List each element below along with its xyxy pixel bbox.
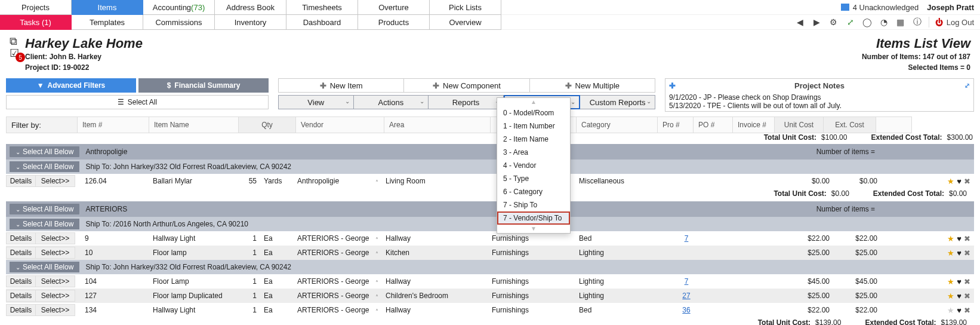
filter-po[interactable]: PO # xyxy=(694,116,733,133)
new-component-button[interactable]: ✚New Component xyxy=(404,78,529,93)
close-icon[interactable]: ✖ xyxy=(964,177,970,186)
heart-icon[interactable]: ♥ xyxy=(957,177,961,186)
heart-icon[interactable]: ♥ xyxy=(957,249,961,257)
nav-tab-overview[interactable]: Overview xyxy=(430,15,501,30)
next-icon[interactable]: ▶ xyxy=(812,17,822,27)
expand-notes-icon[interactable]: ⤢ xyxy=(964,82,970,90)
close-icon[interactable]: ✖ xyxy=(964,277,970,286)
select-all-below-button[interactable]: ⌄Select All Below xyxy=(10,262,79,272)
menu-down-arrow[interactable]: ▼ xyxy=(497,225,570,233)
filter-name[interactable]: Item Name xyxy=(149,116,239,133)
filter-area[interactable]: Area xyxy=(384,116,491,133)
cell-pro[interactable]: 7 xyxy=(668,234,704,243)
details-button[interactable]: Details xyxy=(6,232,36,244)
filter-item[interactable]: Item # xyxy=(78,116,149,133)
filter-ext-cost[interactable]: Ext. Cost xyxy=(824,116,876,133)
user-name[interactable]: Joseph Pratt xyxy=(927,3,974,12)
sort-option[interactable]: 3 - Area xyxy=(497,146,570,159)
nav-tab-timesheets[interactable]: Timesheets xyxy=(286,0,358,15)
sort-menu[interactable]: ▲ 0 - Model/Room1 - Item Number2 - Item … xyxy=(497,97,571,234)
select-button[interactable]: Select>> xyxy=(36,304,75,316)
nav-tab-address-book[interactable]: Address Book xyxy=(215,0,286,15)
details-button[interactable]: Details xyxy=(6,275,36,287)
heart-icon[interactable]: ♥ xyxy=(957,234,961,243)
alert-badge[interactable]: 5 xyxy=(16,53,25,62)
star-icon[interactable]: ★ xyxy=(947,177,954,186)
unack-badge[interactable]: 4 Unacknowledged xyxy=(841,3,919,12)
select-all-below-button[interactable]: ⌄Select All Below xyxy=(10,161,79,172)
star-icon[interactable]: ★ xyxy=(947,306,954,315)
nav-tab-inventory[interactable]: Inventory xyxy=(215,15,286,30)
gear-icon[interactable]: ⚙ xyxy=(828,17,839,27)
advanced-filters-button[interactable]: ▼ Advanced Filters xyxy=(6,78,136,93)
filter-category[interactable]: Category xyxy=(577,116,658,133)
calendar-icon[interactable]: ▦ xyxy=(895,17,906,27)
sort-option[interactable]: 7 - Vendor/Ship To xyxy=(497,211,570,225)
dropdown-actions[interactable]: Actions⌄ xyxy=(354,95,429,109)
sort-option[interactable]: 6 - Category xyxy=(497,185,570,198)
nav-tab-items[interactable]: Items xyxy=(72,0,143,15)
heart-icon[interactable]: ♥ xyxy=(957,292,961,301)
filter-vendor[interactable]: Vendor xyxy=(296,116,384,133)
dropdown-custom-reports[interactable]: Custom Reports⌄ xyxy=(580,95,655,109)
nav-tab-templates[interactable]: Templates xyxy=(72,15,143,30)
select-all-button[interactable]: ☰ Select All xyxy=(6,95,269,109)
add-note-icon[interactable]: ✚ xyxy=(669,81,676,90)
nav-tab-commissions[interactable]: Commissions xyxy=(143,15,215,30)
dropdown-reports[interactable]: Reports⌄ xyxy=(429,95,504,109)
logout-button[interactable]: ⏻ Log Out xyxy=(935,18,974,27)
nav-tab-overture[interactable]: Overture xyxy=(358,0,430,15)
details-button[interactable]: Details xyxy=(6,247,36,259)
select-button[interactable]: Select>> xyxy=(36,290,75,302)
nav-tab-projects[interactable]: Projects xyxy=(0,0,72,15)
select-button[interactable]: Select>> xyxy=(36,175,75,187)
cell-pro[interactable]: 7 xyxy=(668,277,704,286)
star-icon[interactable]: ★ xyxy=(947,234,954,243)
notes-list[interactable]: 9/1/2020 - JP - Please check on Shop Dra… xyxy=(665,92,973,111)
cell-pro[interactable]: 27 xyxy=(668,292,704,300)
close-icon[interactable]: ✖ xyxy=(964,234,970,243)
nav-tab-dashboard[interactable]: Dashboard xyxy=(286,15,358,30)
sort-option[interactable]: 2 - Item Name xyxy=(497,133,570,146)
nav-tab-pick-lists[interactable]: Pick Lists xyxy=(430,0,501,15)
heart-icon[interactable]: ♥ xyxy=(957,277,961,286)
new-item-button[interactable]: ✚New Item xyxy=(278,78,404,93)
sort-option[interactable]: 4 - Vendor xyxy=(497,159,570,172)
select-button[interactable]: Select>> xyxy=(36,247,75,259)
nav-tab-tasks-1-[interactable]: Tasks (1) xyxy=(0,15,72,30)
select-all-below-button[interactable]: ⌄Select All Below xyxy=(10,219,79,229)
popout-icon[interactable]: ⧉ xyxy=(10,36,19,47)
select-button[interactable]: Select>> xyxy=(36,275,75,287)
filter-qty[interactable]: Qty xyxy=(239,116,296,133)
filter-invoice[interactable]: Invoice # xyxy=(733,116,775,133)
close-icon[interactable]: ✖ xyxy=(964,249,970,257)
heart-icon[interactable]: ♥ xyxy=(957,306,961,315)
details-button[interactable]: Details xyxy=(6,175,36,187)
filter-unit-cost[interactable]: Unit Cost xyxy=(775,116,824,133)
nav-tab-products[interactable]: Products xyxy=(358,15,430,30)
cell-pro[interactable]: 36 xyxy=(668,306,704,314)
note-line[interactable]: 9/1/2020 - JP - Please check on Shop Dra… xyxy=(669,93,970,102)
new-multiple-button[interactable]: ✚New Multiple xyxy=(530,78,655,93)
details-button[interactable]: Details xyxy=(6,290,36,302)
nav-tab-accounting[interactable]: Accounting (73) xyxy=(143,0,215,15)
select-all-below-button[interactable]: ⌄Select All Below xyxy=(10,146,79,157)
menu-up-arrow[interactable]: ▲ xyxy=(497,98,570,106)
filter-pro[interactable]: Pro # xyxy=(658,116,694,133)
star-icon[interactable]: ★ xyxy=(947,277,954,286)
info-icon[interactable]: ⓘ xyxy=(912,17,923,27)
financial-summary-button[interactable]: $ Financial Summary xyxy=(138,78,269,93)
expand-icon[interactable]: ⤢ xyxy=(845,17,856,27)
note-line[interactable]: 5/13/2020 - TPE - Clients will be out of… xyxy=(669,102,970,110)
star-icon[interactable]: ★ xyxy=(947,249,954,257)
clock-icon[interactable]: ◔ xyxy=(879,17,889,27)
sort-option[interactable]: 0 - Model/Room xyxy=(497,106,570,119)
sort-option[interactable]: 1 - Item Number xyxy=(497,119,570,133)
dropdown-view[interactable]: View⌄ xyxy=(278,95,354,109)
user-icon[interactable]: ◯ xyxy=(862,17,873,27)
star-icon[interactable]: ★ xyxy=(947,292,954,301)
select-button[interactable]: Select>> xyxy=(36,232,75,244)
select-all-below-button[interactable]: ⌄Select All Below xyxy=(10,204,79,214)
details-button[interactable]: Details xyxy=(6,304,36,316)
sort-option[interactable]: 7 - Ship To xyxy=(497,198,570,211)
